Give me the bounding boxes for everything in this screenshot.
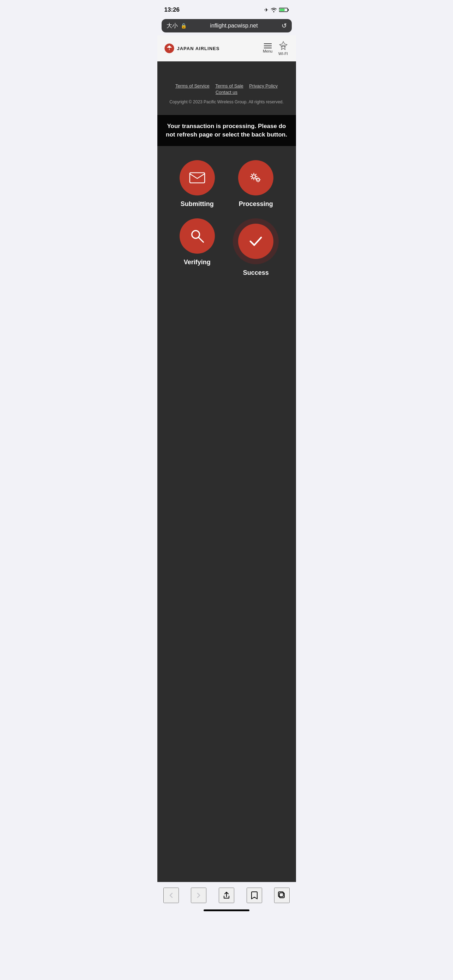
svg-rect-1 (288, 9, 289, 11)
submitting-label: Submitting (181, 200, 214, 208)
back-button[interactable] (163, 888, 179, 903)
gears-icon (247, 169, 264, 186)
svg-point-5 (252, 175, 256, 178)
terms-of-sale-link[interactable]: Terms of Sale (215, 83, 243, 89)
svg-line-8 (199, 237, 203, 242)
svg-rect-4 (190, 172, 205, 183)
wifi-button[interactable]: WI-FI (278, 41, 289, 56)
airplane-mode-icon: ✈ (264, 7, 269, 13)
jal-header: JAPAN AIRLINES Menu WI-FI (157, 35, 296, 61)
menu-button[interactable]: Menu (263, 43, 273, 53)
menu-label: Menu (263, 49, 273, 53)
processing-label: Processing (239, 200, 273, 208)
share-button[interactable] (219, 888, 234, 903)
privacy-policy-link[interactable]: Privacy Policy (249, 83, 278, 89)
url-bar: 大小 🔒 inflight.pacwisp.net ↺ (157, 18, 296, 35)
check-icon (247, 233, 264, 250)
success-glow-container (233, 218, 279, 264)
status-item-verifying: Verifying (172, 218, 223, 277)
svg-rect-2 (280, 9, 285, 11)
processing-circle (238, 160, 273, 196)
text-size-button[interactable]: 大小 (167, 22, 178, 30)
copyright-text: Copyright © 2023 Pacific Wireless Group.… (164, 99, 289, 104)
terms-of-service-link[interactable]: Terms of Service (175, 83, 210, 89)
forward-button[interactable] (191, 888, 207, 903)
battery-icon (279, 7, 289, 12)
lock-icon: 🔒 (181, 23, 187, 29)
home-bar (203, 910, 250, 911)
status-time: 13:26 (164, 6, 180, 13)
verifying-label: Verifying (184, 259, 211, 266)
verifying-circle (180, 218, 215, 254)
refresh-button[interactable]: ↺ (281, 22, 287, 30)
bookmarks-button[interactable] (246, 888, 262, 903)
wifi-plane-icon (278, 41, 289, 51)
status-bar: 13:26 ✈ (157, 0, 296, 18)
processing-alert: Your transaction is processing. Please d… (157, 115, 296, 146)
dark-content-area: Terms of Service Terms of Sale Privacy P… (157, 61, 296, 291)
wifi-icon (270, 7, 277, 12)
status-item-success: Success (230, 218, 282, 277)
footer-links: Terms of Service Terms of Sale Privacy P… (164, 83, 289, 95)
status-item-submitting: Submitting (172, 160, 223, 208)
status-item-processing: Processing (230, 160, 282, 208)
jal-crane-icon (164, 43, 174, 53)
browser-navigation (157, 882, 296, 907)
envelope-icon (189, 169, 206, 186)
home-indicator (157, 907, 296, 915)
tabs-button[interactable] (274, 888, 290, 903)
status-icons: ✈ (264, 7, 289, 13)
search-icon (189, 228, 206, 245)
success-label: Success (243, 269, 269, 277)
jal-logo: JAPAN AIRLINES (164, 43, 220, 53)
jal-navigation: Menu WI-FI (263, 41, 289, 56)
contact-us-link[interactable]: Contact us (216, 90, 237, 95)
success-circle (238, 224, 273, 259)
jal-logo-text: JAPAN AIRLINES (177, 46, 220, 51)
url-domain[interactable]: inflight.pacwisp.net (189, 22, 279, 29)
browser-content: JAPAN AIRLINES Menu WI-FI (157, 35, 296, 882)
submitting-circle (180, 160, 215, 196)
wifi-label: WI-FI (278, 51, 288, 56)
alert-message: Your transaction is processing. Please d… (166, 123, 287, 138)
status-grid: Submitting Processing (164, 160, 289, 277)
hamburger-icon (264, 43, 272, 48)
